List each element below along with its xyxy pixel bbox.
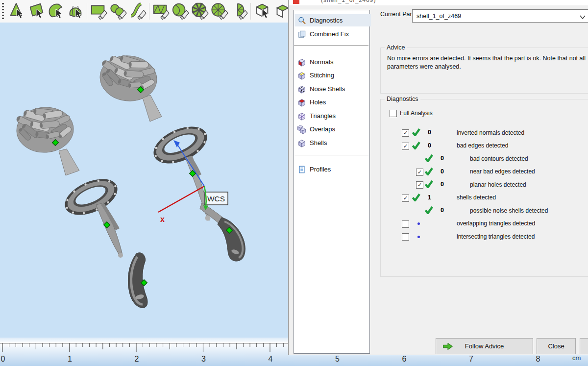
cube-normals-icon <box>297 58 306 67</box>
diag-label: near bad edges detected <box>470 168 535 175</box>
mark-curve-icon <box>128 1 147 20</box>
full-analysis-checkbox[interactable] <box>390 110 397 117</box>
diag-count: 0 <box>441 168 444 175</box>
sidebar-item-label: Combined Fix <box>310 30 349 38</box>
check-icon <box>424 180 434 190</box>
diag-count: 0 <box>428 129 431 136</box>
check-icon <box>424 167 434 177</box>
follow-advice-label: Follow Advice <box>465 342 504 350</box>
sidebar-item-label: Diagnostics <box>310 17 343 24</box>
svg-text:5: 5 <box>335 355 340 363</box>
diag-count: 0 <box>428 142 431 149</box>
mark-half-pie-icon <box>230 1 248 20</box>
current-part-value: shell_1_of_z469 <box>413 13 461 20</box>
svg-text:0: 0 <box>1 355 5 363</box>
check-icon <box>412 128 421 138</box>
clipped-button[interactable] <box>580 338 588 354</box>
sidebar-item-combined-fix[interactable]: Combined Fix <box>294 28 371 40</box>
svg-text:2: 2 <box>135 355 139 363</box>
diag-checkbox[interactable] <box>402 220 409 228</box>
diagnostics-group-title: Diagnostics <box>385 96 420 102</box>
diag-checkbox[interactable]: ✓ <box>416 169 423 176</box>
cube-holes-icon <box>297 98 306 107</box>
toolbar-mark-rectangle-button[interactable] <box>89 1 108 21</box>
toolbar-mark-sphere-button[interactable] <box>171 1 190 21</box>
sidebar-item-profiles[interactable]: Profiles <box>294 163 371 175</box>
toolbar-mark-half-pie-button[interactable] <box>230 1 248 21</box>
cube-shells-icon <box>297 139 306 147</box>
toolbar-drag-handle[interactable] <box>2 3 4 20</box>
sidebar-item-holes[interactable]: Holes <box>294 96 371 108</box>
magnifier-icon <box>297 16 306 25</box>
mark-rectangle-icon <box>89 1 108 20</box>
combined-fix-icon <box>297 30 306 39</box>
toolbar-select-box3d-button[interactable] <box>253 1 271 21</box>
sidebar-separator <box>294 155 368 155</box>
diag-checkbox[interactable]: ✓ <box>416 181 423 189</box>
cube-triangles-icon <box>297 112 306 121</box>
select-box3d-icon <box>253 1 271 20</box>
toolbar-select-triangle-button[interactable] <box>7 1 26 21</box>
select-surface-icon <box>47 1 65 20</box>
toolbar-mark-star-button[interactable] <box>191 1 209 21</box>
wizard-pages-list: DiagnosticsCombined Fix Normals Stitchin… <box>294 10 370 354</box>
full-analysis-label: Full Analysis <box>400 110 433 117</box>
toolbar-mark-blob-button[interactable] <box>109 1 127 21</box>
svg-text:6: 6 <box>402 355 407 363</box>
pending-dot-icon <box>417 236 420 238</box>
toolbar-select-shell-button[interactable] <box>66 1 85 21</box>
advice-groupbox: Advice No more errors are detected. It s… <box>380 48 588 94</box>
diag-count: 0 <box>441 181 444 188</box>
sidebar-item-overlaps[interactable]: Overlaps <box>294 123 371 135</box>
svg-text:1: 1 <box>68 355 72 363</box>
dialog-title: (shell_1_of_z469) <box>321 0 376 3</box>
diag-checkbox[interactable] <box>402 233 409 241</box>
check-icon <box>412 141 421 151</box>
sidebar-item-shells[interactable]: Shells <box>294 137 371 149</box>
mark-blob-icon <box>109 1 127 20</box>
sidebar-item-diagnostics[interactable]: Diagnostics <box>294 14 371 26</box>
toolbar-mark-triangles-button[interactable] <box>151 1 170 21</box>
toolbar-select-plane-button[interactable] <box>27 1 46 21</box>
toolbar-separator <box>149 3 149 20</box>
diag-checkbox[interactable]: ✓ <box>402 129 409 137</box>
sidebar-item-triangles[interactable]: Triangles <box>294 110 371 122</box>
svg-text:3: 3 <box>201 355 206 363</box>
diag-checkbox[interactable]: ✓ <box>402 143 409 150</box>
sidebar-item-label: Shells <box>310 139 327 146</box>
fix-wizard-dialog: (shell_1_of_z469) DiagnosticsCombined Fi… <box>288 0 588 355</box>
svg-text:cm: cm <box>572 354 581 362</box>
cube-stitching-icon <box>297 71 306 80</box>
app-window: x WCS 012345678cm (shell_1_of_z469) Diag… <box>0 0 588 366</box>
sidebar-item-stitching[interactable]: Stitching <box>294 69 371 81</box>
svg-text:4: 4 <box>269 355 273 363</box>
toolbar-select-surface-button[interactable] <box>47 1 65 21</box>
mark-triangles-icon <box>151 1 170 20</box>
toolbar-mark-pie-button[interactable] <box>210 1 229 21</box>
sidebar-item-normals[interactable]: Normals <box>294 56 371 68</box>
svg-text:7: 7 <box>469 355 473 363</box>
diag-label: inverted normals detected <box>457 129 524 136</box>
close-button-label: Close <box>548 342 564 350</box>
sidebar-item-label: Noise Shells <box>310 85 345 93</box>
diag-label: bad edges detected <box>457 142 508 149</box>
sidebar-item-label: Overlaps <box>310 125 335 133</box>
diag-label: overlapping triangles detected <box>457 220 535 227</box>
select-shell-icon <box>66 1 85 20</box>
toolbar-separator <box>250 3 251 20</box>
check-icon <box>424 154 434 164</box>
sidebar-item-noise-shells[interactable]: Noise Shells <box>294 83 371 95</box>
sidebar-item-label: Normals <box>310 58 333 66</box>
toolbar-separator <box>87 3 87 20</box>
dialog-titlebar[interactable]: (shell_1_of_z469) <box>289 0 588 5</box>
diag-checkbox[interactable]: ✓ <box>402 195 409 202</box>
follow-advice-button[interactable]: Follow Advice <box>436 338 533 354</box>
sidebar-item-label: Triangles <box>310 112 336 120</box>
current-part-combobox[interactable]: shell_1_of_z469 <box>412 9 588 23</box>
select-triangle-icon <box>7 1 26 20</box>
toolbar-mark-curve-button[interactable] <box>128 1 147 21</box>
close-button[interactable]: Close <box>537 338 576 354</box>
svg-text:8: 8 <box>536 355 540 363</box>
mark-star-icon <box>191 1 209 20</box>
sidebar-item-label: Stitching <box>310 72 334 79</box>
